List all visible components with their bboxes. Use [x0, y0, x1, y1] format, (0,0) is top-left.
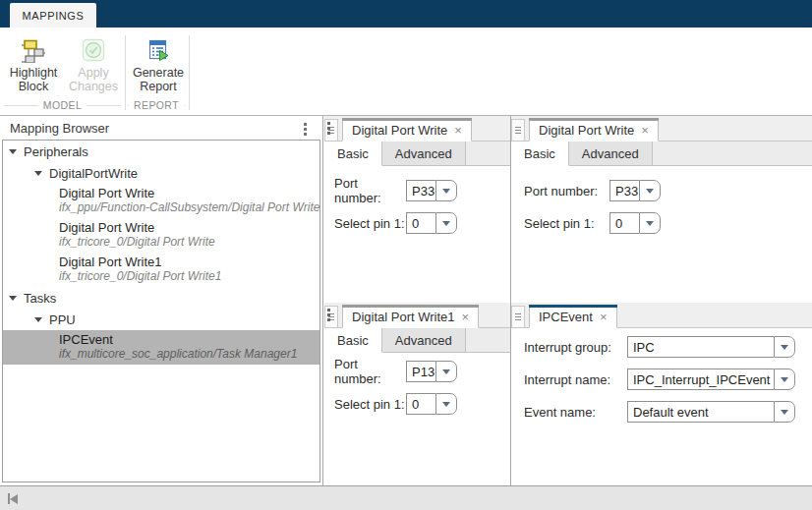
- dropdown-arrow-icon[interactable]: [774, 401, 795, 423]
- dropdown-arrow-icon[interactable]: [639, 212, 661, 234]
- tree-item-digital-port-write-ppu[interactable]: Digital Port Write ifx_ppu/Function-Call…: [3, 184, 319, 218]
- close-icon[interactable]: ×: [600, 311, 608, 323]
- toolstrip: Highlight Block Apply Changes: [0, 28, 812, 116]
- event-name-dropdown[interactable]: Default event: [627, 401, 795, 423]
- tab-mappings-label: MAPPINGS: [23, 10, 85, 22]
- ribbon-bar: MAPPINGS: [0, 0, 812, 28]
- subtab-basic[interactable]: Basic: [511, 142, 569, 166]
- dropdown-arrow-icon[interactable]: [435, 393, 457, 415]
- port-number-label: Port number:: [524, 184, 609, 198]
- highlight-block-label-line2: Block: [19, 80, 49, 93]
- doc-tab-label: Digital Port Write1: [352, 310, 455, 324]
- toolstrip-divider: [125, 35, 126, 110]
- tree-group-peripherals[interactable]: Peripherals: [3, 141, 319, 162]
- property-subtabs: Basic Advanced: [511, 142, 812, 166]
- highlight-block-button[interactable]: Highlight Block: [5, 33, 62, 93]
- panel-digital-port-write-middle: Digital Port Write × Basic Advanced Port…: [324, 116, 510, 303]
- mappings-window: MAPPINGS Highlight Block Apply Changes: [0, 0, 812, 510]
- dropdown-arrow-icon[interactable]: [435, 180, 457, 201]
- tab-list-icon[interactable]: [511, 306, 525, 327]
- panel-ipcevent: IPCEvent × Interrupt group: IPC Interrup…: [511, 303, 812, 485]
- bottom-status-strip: [0, 485, 812, 510]
- doc-tab-digital-port-write[interactable]: Digital Port Write ×: [342, 118, 472, 142]
- doc-tab-label: IPCEvent: [539, 310, 593, 324]
- dropdown-arrow-icon[interactable]: [774, 336, 795, 358]
- dropdown-arrow-icon[interactable]: [435, 212, 457, 234]
- tab-list-icon[interactable]: [511, 119, 525, 141]
- port-number-label: Port number:: [334, 176, 406, 205]
- tree-group-tasks[interactable]: Tasks: [3, 287, 319, 309]
- doc-tab-label: Digital Port Write: [352, 123, 447, 138]
- select-pin-dropdown[interactable]: 0: [406, 393, 457, 415]
- dropdown-arrow-icon[interactable]: [774, 368, 795, 390]
- tree-group-digitalportwrite[interactable]: DigitalPortWrite: [3, 162, 319, 184]
- tree-item-digital-port-write1[interactable]: Digital Port Write1 ifx_tricore_0/Digita…: [3, 253, 319, 287]
- select-pin-dropdown[interactable]: 0: [406, 212, 457, 234]
- select-pin-label: Select pin 1:: [334, 397, 406, 412]
- doc-tab-ipcevent[interactable]: IPCEvent ×: [529, 305, 617, 328]
- highlight-block-icon: [21, 37, 46, 63]
- expander-icon[interactable]: [34, 171, 42, 176]
- document-tab-bar: Digital Port Write ×: [511, 116, 812, 142]
- tree-item-digital-port-write-tricore[interactable]: Digital Port Write ifx_tricore_0/Digital…: [3, 218, 319, 253]
- tree-group-label: DigitalPortWrite: [49, 166, 138, 181]
- generate-report-label-line2: Report: [140, 80, 177, 93]
- subtab-basic[interactable]: Basic: [324, 328, 382, 353]
- tree-group-label: PPU: [49, 312, 76, 327]
- tab-mappings[interactable]: MAPPINGS: [10, 3, 96, 28]
- close-icon[interactable]: ×: [454, 124, 462, 137]
- tree-group-label: Tasks: [24, 291, 56, 306]
- document-tab-bar: IPCEvent ×: [511, 303, 812, 328]
- dropdown-arrow-icon[interactable]: [435, 361, 457, 382]
- collapse-to-start-icon[interactable]: [8, 493, 18, 504]
- generate-report-label-line1: Generate: [133, 66, 184, 80]
- interrupt-name-label: Interrupt name:: [524, 372, 627, 387]
- apply-changes-label-line1: Apply: [78, 66, 108, 80]
- toolstrip-divider: [189, 35, 190, 110]
- select-pin-label: Select pin 1:: [524, 216, 609, 231]
- tree-item-path: ifx_multicore_soc_application/Task Manag…: [59, 347, 319, 362]
- expander-icon[interactable]: [9, 149, 17, 154]
- panel-digital-port-write1: Digital Port Write1 × Basic Advanced Por…: [324, 303, 510, 485]
- generate-report-button[interactable]: Generate Report: [129, 33, 188, 93]
- document-tab-bar: Digital Port Write1 ×: [324, 303, 510, 328]
- subtab-advanced[interactable]: Advanced: [382, 142, 466, 165]
- interrupt-name-dropdown[interactable]: IPC_Interrupt_IPCEvent: [627, 368, 795, 390]
- property-subtabs: Basic Advanced: [324, 328, 510, 353]
- dropdown-arrow-icon[interactable]: [639, 180, 661, 201]
- close-icon[interactable]: ×: [462, 311, 470, 323]
- tree-item-path: ifx_tricore_0/Digital Port Write: [59, 235, 319, 250]
- tree-group-ppu[interactable]: PPU: [3, 309, 319, 330]
- expander-icon[interactable]: [34, 317, 42, 322]
- port-number-dropdown[interactable]: P33: [406, 180, 457, 201]
- property-subtabs: Basic Advanced: [324, 142, 510, 166]
- select-pin-label: Select pin 1:: [334, 216, 406, 231]
- subtab-basic[interactable]: Basic: [324, 142, 382, 166]
- document-tab-bar: Digital Port Write ×: [324, 116, 510, 142]
- apply-changes-button[interactable]: Apply Changes: [65, 33, 122, 93]
- interrupt-group-dropdown[interactable]: IPC: [627, 336, 795, 358]
- tree-item-name: IPCEvent: [59, 332, 319, 347]
- tree-item-ipcevent[interactable]: IPCEvent ifx_multicore_soc_application/T…: [3, 330, 319, 365]
- select-pin-dropdown[interactable]: 0: [609, 212, 661, 234]
- kebab-menu-icon[interactable]: [324, 119, 333, 138]
- port-number-dropdown[interactable]: P33: [609, 180, 661, 201]
- highlight-block-label-line1: Highlight: [10, 66, 58, 80]
- doc-tab-digital-port-write1[interactable]: Digital Port Write1 ×: [342, 305, 479, 328]
- close-icon[interactable]: ×: [641, 124, 649, 137]
- port-number-label: Port number:: [334, 357, 406, 386]
- mapping-browser-panel: Mapping Browser Peripherals DigitalPortW…: [0, 116, 323, 485]
- report-section-label: REPORT: [129, 99, 184, 111]
- kebab-menu-icon[interactable]: [301, 120, 310, 139]
- doc-tab-label: Digital Port Write: [539, 123, 634, 138]
- interrupt-group-label: Interrupt group:: [524, 340, 627, 355]
- kebab-menu-icon[interactable]: [324, 306, 333, 324]
- subtab-advanced[interactable]: Advanced: [569, 142, 653, 165]
- port-number-dropdown[interactable]: P13: [406, 361, 457, 382]
- tree-item-name: Digital Port Write: [59, 220, 319, 235]
- mapping-browser-title: Mapping Browser: [10, 121, 109, 136]
- subtab-advanced[interactable]: Advanced: [382, 328, 466, 352]
- generate-report-icon: [145, 37, 171, 63]
- expander-icon[interactable]: [9, 296, 17, 301]
- doc-tab-digital-port-write[interactable]: Digital Port Write ×: [529, 118, 659, 142]
